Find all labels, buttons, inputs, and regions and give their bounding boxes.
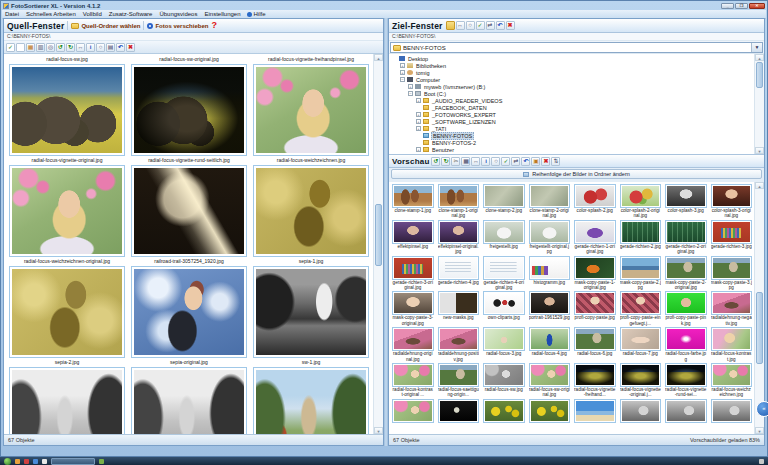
- preview-thumbnail[interactable]: [527, 398, 573, 423]
- preview-thumbnail[interactable]: gerade-richten-2.jpg: [618, 219, 664, 255]
- preview-thumbnail[interactable]: radial-focus-4.jpg: [527, 326, 573, 362]
- tree-item[interactable]: +Bibliotheken: [390, 62, 754, 69]
- preview-thumbnail[interactable]: radial-focus-6.jpg: [572, 326, 618, 362]
- preview-thumbnail[interactable]: mask-copy-paste-3.jpg: [709, 255, 755, 291]
- photo-thumbnail[interactable]: [9, 64, 125, 156]
- start-button[interactable]: [4, 458, 11, 465]
- undo-icon[interactable]: ↶: [496, 21, 505, 30]
- tree-item[interactable]: −Boot (C:): [390, 90, 754, 97]
- preview-thumbnail[interactable]: gerade-richten-1-original.jpg: [572, 219, 618, 255]
- resize-icon[interactable]: ↔: [456, 21, 465, 30]
- photo-thumbnail[interactable]: [9, 367, 125, 434]
- expand-icon[interactable]: +: [400, 70, 405, 75]
- photo-thumbnail[interactable]: [131, 367, 247, 434]
- tree-item[interactable]: +myweb (\\vmzserver) (B:): [390, 83, 754, 90]
- delete-icon[interactable]: ✖: [541, 157, 550, 166]
- overlay-badge[interactable]: «: [756, 401, 768, 417]
- preview-scrollbar[interactable]: ▲ ▼: [754, 182, 764, 434]
- preview-thumbnail[interactable]: effektpinsel-original.jpg: [436, 219, 482, 255]
- preview-thumbnail[interactable]: [618, 398, 664, 423]
- menu-item-schnellesarbeiten[interactable]: Schnelles Arbeiten: [26, 11, 76, 17]
- zoom-icon[interactable]: ○: [491, 157, 500, 166]
- photo-thumbnail[interactable]: [9, 165, 125, 257]
- expand-icon[interactable]: +: [416, 119, 421, 124]
- preview-thumbnail[interactable]: [663, 398, 709, 423]
- preview-thumbnail[interactable]: new-masks.jpg: [436, 290, 482, 326]
- menu-item-datei[interactable]: Datei: [5, 11, 19, 17]
- menu-item-einstellungen[interactable]: Einstellungen: [204, 11, 240, 17]
- preview-thumbnail[interactable]: [572, 398, 618, 423]
- preview-thumbnail[interactable]: radial-focus-3.jpg: [481, 326, 527, 362]
- expand-icon[interactable]: +: [400, 63, 405, 68]
- zoom-icon[interactable]: ○: [466, 21, 475, 30]
- scroll-up-icon[interactable]: ▲: [755, 54, 764, 61]
- folder-combobox[interactable]: BENNY-FOTOS ▼: [390, 42, 763, 53]
- preview-thumbnail[interactable]: effektpinsel.jpg: [390, 219, 436, 255]
- preview-thumbnail[interactable]: [709, 398, 755, 423]
- preview-thumbnail[interactable]: color-splash-2.jpg: [572, 183, 618, 219]
- preview-thumbnail[interactable]: clone-stamp-1-original.jpg: [436, 183, 482, 219]
- checkbox-empty-icon[interactable]: [16, 43, 25, 52]
- preview-thumbnail[interactable]: mask-copy-paste-2-original.jpg: [663, 255, 709, 291]
- columns-icon[interactable]: ▥: [36, 43, 45, 52]
- photo-thumbnail[interactable]: [131, 165, 247, 257]
- tree-item[interactable]: +Benutzer: [390, 146, 754, 153]
- preview-thumbnail[interactable]: gerade-richten-3.jpg: [709, 219, 755, 255]
- preview-thumbnail[interactable]: gerade-richten-4.jpg: [436, 255, 482, 291]
- zoom-icon[interactable]: ○: [96, 43, 105, 52]
- preview-thumbnail[interactable]: color-splash-3-original.jpg: [709, 183, 755, 219]
- collapse-icon[interactable]: −: [400, 77, 405, 82]
- preview-thumbnail[interactable]: histogramm.jpg: [527, 255, 573, 291]
- move-photos-button[interactable]: Fotos verschieben: [147, 23, 208, 29]
- web-icon[interactable]: ◎: [46, 43, 55, 52]
- undo-icon[interactable]: ↶: [521, 157, 530, 166]
- photo-thumbnail[interactable]: [131, 266, 247, 358]
- taskbar-item[interactable]: [42, 459, 47, 464]
- restore-button[interactable]: ❐: [735, 3, 748, 9]
- preview-thumbnail[interactable]: radial-focus-kontrast.jpg: [709, 326, 755, 362]
- check-page-icon[interactable]: ✓: [501, 157, 510, 166]
- move-icon[interactable]: ⇄: [511, 157, 520, 166]
- preview-thumbnail[interactable]: radialdehnung-original.jpg: [390, 326, 436, 362]
- menu-item-hilfe[interactable]: Hilfe: [247, 11, 265, 17]
- taskbar-item[interactable]: [759, 459, 764, 464]
- scroll-down-icon[interactable]: ▼: [374, 427, 383, 434]
- grid-icon[interactable]: ▦: [461, 157, 470, 166]
- tree-item[interactable]: Desktop: [390, 55, 754, 62]
- move-icon[interactable]: ⇄: [486, 21, 495, 30]
- scissors-icon[interactable]: ✂: [451, 157, 460, 166]
- help-button[interactable]: ?: [211, 21, 217, 30]
- resize-icon[interactable]: ↔: [76, 43, 85, 52]
- menu-item-übungsvideos[interactable]: Übungsvideos: [159, 11, 197, 17]
- tree-item[interactable]: +tomig: [390, 69, 754, 76]
- reorder-images-button[interactable]: Reihenfolge der Bilder in Ordner ändern: [391, 169, 762, 179]
- expand-icon[interactable]: +: [416, 112, 421, 117]
- preview-thumbnail[interactable]: own-cliparts.jpg: [481, 290, 527, 326]
- scroll-down-icon[interactable]: ▼: [755, 147, 764, 154]
- taskbar-item[interactable]: [15, 459, 20, 464]
- expand-icon[interactable]: +: [416, 98, 421, 103]
- preview-thumbnail[interactable]: gerade-richten-2-original.jpg: [663, 219, 709, 255]
- preview-thumbnail[interactable]: radial-focus-vignette-rund-sei...: [663, 362, 709, 398]
- scroll-thumb[interactable]: [756, 292, 763, 364]
- menu-item-vollbild[interactable]: Vollbild: [83, 11, 102, 17]
- preview-thumbnail[interactable]: radial-focus-kontrast-original ...: [390, 362, 436, 398]
- preview-thumbnail[interactable]: clone-stamp-2-original.jpg: [527, 183, 573, 219]
- people-icon[interactable]: ▦: [26, 43, 35, 52]
- check-page-icon[interactable]: ✓: [476, 21, 485, 30]
- preview-thumbnail[interactable]: radial-focus-farbe.jpg: [663, 326, 709, 362]
- tree-item[interactable]: +_SOFTWARE_LIZENZEN: [390, 118, 754, 125]
- rotate-cw-icon[interactable]: ↻: [441, 157, 450, 166]
- minimize-button[interactable]: _: [721, 3, 734, 9]
- scroll-down-icon[interactable]: ▼: [755, 427, 764, 434]
- preview-thumbnail[interactable]: radial-focus-sw-original.jpg: [527, 362, 573, 398]
- preview-thumbnail[interactable]: color-splash-2-original.jpg: [618, 183, 664, 219]
- preview-thumbnail[interactable]: freigestellt.jpg: [481, 219, 527, 255]
- preview-thumbnail[interactable]: radial-focus-vignette-freihand...: [572, 362, 618, 398]
- preview-thumbnail[interactable]: freigestellt-original.jpg: [527, 219, 573, 255]
- expand-icon[interactable]: +: [416, 147, 421, 152]
- preview-thumbnail[interactable]: profi-copy-paste.jpg: [572, 290, 618, 326]
- tree-item[interactable]: BENNY-FOTOS: [390, 132, 754, 139]
- menu-item-zusatzsoftware[interactable]: Zusatz-Software: [109, 11, 153, 17]
- photo-thumbnail[interactable]: [253, 367, 369, 434]
